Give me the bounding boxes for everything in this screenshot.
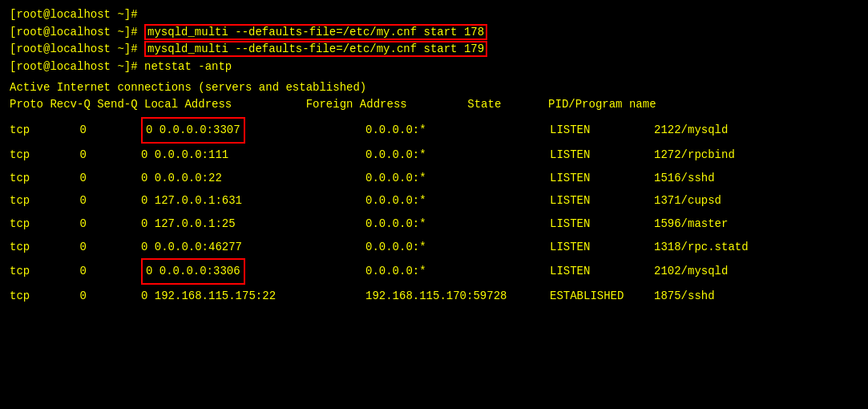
highlighted-cmd-2: mysqld_multi --defaults-file=/etc/my.cnf…: [144, 41, 487, 57]
table-row: tcp 0 0 127.0.0.1:25 0.0.0.0:* LISTEN 15…: [10, 213, 858, 236]
table-row: tcp 0 0 127.0.0.1:631 0.0.0.0:* LISTEN 1…: [10, 189, 858, 213]
table-row: tcp 0 0 0.0.0.0:46277 0.0.0.0:* LISTEN 1…: [10, 236, 858, 259]
cmd-line-2: [root@localhost ~]# mysqld_multi --defau…: [10, 41, 858, 59]
table-row: tcp 0 0 0.0.0.0:22 0.0.0.0:* LISTEN 1516…: [10, 167, 858, 190]
highlighted-cmd-1: mysqld_multi --defaults-file=/etc/my.cnf…: [144, 24, 487, 40]
terminal: [root@localhost ~]# [root@localhost ~]# …: [10, 6, 858, 308]
table-row: tcp 0 0 0.0.0.0:3307 0.0.0.0:* LISTEN 21…: [10, 117, 858, 144]
table-row: tcp 0 0 0.0.0.0:111 0.0.0.0:* LISTEN 127…: [10, 144, 858, 167]
netstat-header1: Active Internet connections (servers and…: [10, 79, 858, 97]
local-addr-3306: 0 0.0.0.0:3306: [141, 258, 245, 285]
prompt-label: [root@localhost ~]#: [10, 26, 144, 38]
cmd-line-1: [root@localhost ~]# mysqld_multi --defau…: [10, 24, 858, 42]
prompt-label2: [root@localhost ~]#: [10, 43, 144, 55]
cmd-line-3: [root@localhost ~]# netstat -antp: [10, 59, 858, 76]
prompt-line-1: [root@localhost ~]#: [10, 6, 858, 24]
local-addr-3307: 0 0.0.0.0:3307: [141, 117, 245, 144]
table-row: tcp 0 0 192.168.115.175:22 192.168.115.1…: [10, 285, 858, 308]
netstat-header2: Proto Recv-Q Send-Q Local Address Foreig…: [10, 96, 858, 114]
table-row: tcp 0 0 0.0.0.0:3306 0.0.0.0:* LISTEN 21…: [10, 258, 858, 285]
